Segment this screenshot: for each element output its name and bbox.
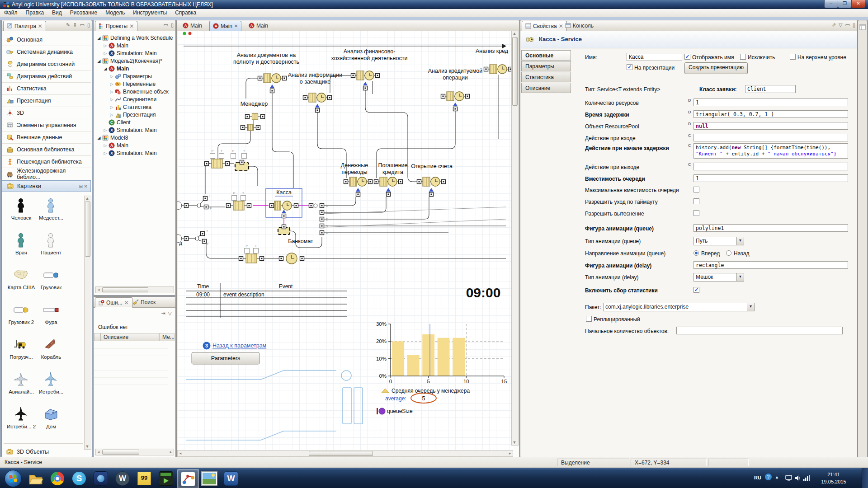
palette-item-nurse[interactable]: Медсест... <box>36 197 66 221</box>
errors-col-description[interactable]: Описание <box>100 333 159 341</box>
editor-tab-main-1[interactable]: AMain✕ <box>209 21 241 31</box>
maximize-panel-icon[interactable]: ▯ <box>171 22 174 28</box>
tree-item-модель2-конечная-[interactable]: ◢Модель2(Конечная)* <box>96 57 162 65</box>
tray-clock[interactable]: 21:41 19.05.2015 <box>813 471 854 485</box>
palette-item-patient[interactable]: Пациент <box>36 232 66 256</box>
expander-icon[interactable]: ▷ <box>109 89 114 94</box>
code-marker[interactable]: C <box>688 143 691 148</box>
connector-line[interactable] <box>200 200 203 204</box>
errors-col-me[interactable]: Ме... <box>159 333 175 341</box>
palette-section-actionchart[interactable]: Диаграмма действий <box>2 70 91 83</box>
replicated-checkbox[interactable] <box>586 316 592 322</box>
resource-pool-input[interactable]: null <box>693 122 848 130</box>
skype-icon[interactable]: S <box>69 469 90 488</box>
dynamic-marker[interactable]: D <box>688 110 691 114</box>
top-level-checkbox[interactable] <box>790 54 796 60</box>
select-output-node[interactable] <box>195 237 199 240</box>
explorer-icon[interactable] <box>25 469 46 488</box>
connector-line[interactable] <box>206 243 241 258</box>
anim-queue-type-combo[interactable]: Путь <box>693 237 744 245</box>
pin-editor-icon[interactable]: ⇗ <box>832 22 836 28</box>
expander-icon[interactable]: ▷ <box>109 74 114 79</box>
wordpress-icon[interactable]: W <box>112 469 133 488</box>
palette-scrollbar[interactable]: ▲ ▼ <box>84 196 91 450</box>
tree-item-main[interactable]: ▷AMain <box>103 141 128 149</box>
tree-item-simulation-main[interactable]: ▷XSimulation: Main <box>103 49 157 57</box>
entity-class-input[interactable]: Client <box>745 85 796 93</box>
palette-item-fighter[interactable]: Истреби... <box>36 371 66 395</box>
exclude-checkbox[interactable] <box>740 54 746 60</box>
tree-item-статистика[interactable]: ▷Статистика <box>109 103 151 111</box>
menu-Инструменты[interactable]: Инструменты <box>129 9 171 16</box>
props-nav-general[interactable]: Основные <box>521 50 571 61</box>
tree-item-simulation-main[interactable]: ▷XSimulation: Main <box>103 126 157 134</box>
palette-item-person[interactable]: Человек <box>6 197 36 221</box>
queue-capacity-input[interactable]: 1 <box>693 174 848 182</box>
connector-line[interactable] <box>272 92 293 188</box>
create-presentation-button[interactable]: Создать презентацию <box>684 62 748 74</box>
palette-section-3d-objects[interactable]: 3D Объекты <box>2 446 91 458</box>
props-nav-parameters[interactable]: Параметры <box>521 61 571 71</box>
initial-qty-input[interactable] <box>676 327 843 334</box>
exit-action-input[interactable] <box>693 163 848 170</box>
tab-close-icon[interactable]: ✕ <box>234 23 238 28</box>
expander-icon[interactable]: ◢ <box>96 59 102 63</box>
tab-projects[interactable]: Проекты ✕ <box>95 21 137 31</box>
expander-icon[interactable]: ▷ <box>103 43 108 48</box>
show-desktop-button[interactable] <box>862 468 868 488</box>
model-canvas[interactable]: PTPTPTPTКасса0123DTFTFдАнализ документов… <box>177 31 513 451</box>
connector-line[interactable] <box>201 206 204 207</box>
palette-item-ship[interactable]: Корабль <box>36 337 66 360</box>
tray-action-center-icon[interactable] <box>785 474 793 482</box>
palette-section-statechart[interactable]: Диаграмма состояний <box>2 58 91 70</box>
palette-section-pictures[interactable]: Картинки⊞ ✕ <box>2 180 91 192</box>
parameter-port[interactable] <box>245 249 250 253</box>
palette-section-librail[interactable]: Железнодорожная библио... <box>2 168 91 180</box>
tree-item-параметры[interactable]: ▷Параметры <box>109 72 152 80</box>
tree-item-вложенные-объек[interactable]: ▷Вложенные объек <box>109 88 169 95</box>
tree-item-model8[interactable]: ◢Model8 <box>96 134 128 141</box>
props-nav-description[interactable]: Описание <box>521 83 571 93</box>
tab-properties[interactable]: Свойства ✕ <box>522 21 567 31</box>
connector-line[interactable] <box>249 166 258 186</box>
presentation-circle[interactable] <box>341 371 351 380</box>
show-name-checkbox[interactable]: ✓ <box>684 54 690 60</box>
minimize-button[interactable]: – <box>824 0 838 8</box>
parameter-port[interactable] <box>254 249 259 253</box>
palette-section-extdata[interactable]: Внешние данные <box>2 131 91 144</box>
tray-help-icon[interactable]: ? <box>765 474 772 480</box>
code-marker[interactable]: C <box>688 133 691 138</box>
tab-errors[interactable]: Оши... ✕ <box>95 297 132 308</box>
projects-hscrollbar[interactable]: ◂ <box>95 286 174 293</box>
expander-icon[interactable]: ▷ <box>109 105 114 109</box>
parameter-port[interactable] <box>231 154 236 159</box>
minimize-panel-icon[interactable]: ▭ <box>80 22 85 28</box>
palette-item-map[interactable]: Карта США <box>6 267 36 291</box>
palette-section-pres[interactable]: Презентация <box>2 95 91 107</box>
expander-icon[interactable]: ◢ <box>103 66 108 71</box>
media-app-icon[interactable] <box>156 469 176 488</box>
menu-Справка[interactable]: Справка <box>171 9 200 16</box>
connector-line[interactable] <box>324 197 356 206</box>
expander-icon[interactable]: ▷ <box>109 113 114 117</box>
palette-item-doctor[interactable]: Врач <box>6 232 36 256</box>
palette-section-libped[interactable]: Пешеходная библиотека <box>2 156 91 168</box>
editor-tab-main-0[interactable]: AMain <box>179 21 205 30</box>
conveyor-polyline[interactable] <box>186 371 336 380</box>
palette-item-airliner[interactable]: Авиалай... <box>6 371 36 395</box>
expander-icon[interactable]: ◢ <box>96 36 102 40</box>
restore-panel-icon[interactable] <box>859 24 866 30</box>
tree-item-main[interactable]: ◢AMain <box>103 65 129 72</box>
palette-section-threed[interactable]: 3D <box>2 107 91 119</box>
palette-section-main[interactable]: Основная <box>2 34 91 46</box>
anim-delay-shape-input[interactable]: rectangle <box>693 261 848 269</box>
tree-item-simulation-main[interactable]: ▷XSimulation: Main <box>103 149 157 157</box>
tab-close-icon[interactable]: ✕ <box>129 23 134 29</box>
expander-icon[interactable]: ▷ <box>103 143 108 148</box>
parameter-port[interactable] <box>210 154 215 159</box>
expander-icon[interactable]: ▷ <box>103 51 108 56</box>
tab-search[interactable]: Поиск <box>130 297 159 307</box>
parameter-port[interactable] <box>219 154 224 159</box>
expander-icon[interactable]: ▷ <box>103 128 108 132</box>
minimize-panel-icon[interactable]: ▭ <box>164 22 168 28</box>
